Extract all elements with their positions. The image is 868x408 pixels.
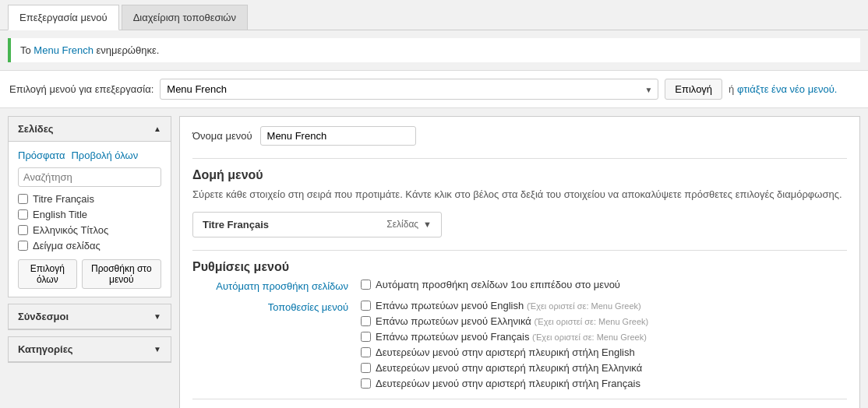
page-label-english-title: English Title: [33, 209, 87, 220]
list-item: English Title: [18, 209, 161, 220]
notice-menu-link[interactable]: Menu French: [34, 44, 94, 56]
menu-item-box: Titre Français Σελίδας ▼: [192, 212, 442, 237]
sidebar-categories-header[interactable]: Κατηγορίες ▼: [9, 337, 171, 362]
pages-search-input[interactable]: [18, 167, 161, 187]
auto-add-checkbox[interactable]: [361, 280, 371, 290]
sidebar-section-categories: Κατηγορίες ▼: [8, 336, 171, 363]
settings-title: Ρυθμίσεις μενού: [192, 260, 847, 274]
menu-item-type: Σελίδας: [386, 219, 418, 230]
menu-item-label: Titre Français: [203, 219, 269, 230]
links-arrow-icon: ▼: [153, 312, 161, 321]
notice-text: Το Menu French ενημερώθηκε.: [20, 44, 159, 56]
location-checkbox-4[interactable]: [361, 363, 371, 373]
main-content: Σελίδες ▲ Πρόσφατα Προβολή όλων Titre Fr…: [0, 116, 868, 408]
menu-select-wrap: Menu French ▼: [160, 79, 658, 100]
list-item: Δείγμα σελίδας: [18, 240, 161, 251]
sidebar-pages-title: Σελίδες: [18, 123, 54, 135]
divider-2: [192, 250, 847, 251]
tab-manage[interactable]: Διαχείριση τοποθεσιών: [122, 5, 248, 30]
sidebar-pages-body: Πρόσφατα Προβολή όλων Titre Français Eng…: [9, 142, 171, 297]
menu-item-right: Σελίδας ▼: [386, 219, 432, 230]
right-panel: Όνομα μενού Δομή μενού Σύρετε κάθε στοιχ…: [179, 116, 860, 408]
pages-arrow-icon: ▲: [153, 125, 161, 133]
settings-section: Ρυθμίσεις μενού Αυτόματη προσθήκη σελίδω…: [192, 260, 847, 389]
auto-add-row: Αυτόματη προσθήκη σελίδων 1ου επιπέδου σ…: [361, 279, 847, 290]
settings-grid: Αυτόματη προσθήκη σελίδων Αυτόματη προσθ…: [192, 279, 847, 389]
pages-checkbox-list: Titre Français English Title Ελληνικός Τ…: [18, 193, 161, 251]
auto-add-label: Αυτόματη προσθήκη σελίδων: [192, 279, 348, 292]
location-label-3: Δευτερεύων μενού στην αριστερή πλευρική …: [376, 346, 635, 358]
list-item: Ελληνικός Τίτλος: [18, 224, 161, 236]
create-menu-link[interactable]: φτιάξτε ένα νέο μενού.: [737, 83, 837, 95]
sidebar-tab-recent[interactable]: Πρόσφατα: [18, 149, 65, 161]
locations-label: Τοποθεσίες μενού: [192, 300, 348, 313]
location-checkbox-2[interactable]: [361, 332, 371, 342]
location-checkbox-1[interactable]: [361, 316, 371, 326]
page-checkbox-greek-title[interactable]: [18, 225, 28, 235]
page-label-titre-francais: Titre Français: [33, 193, 94, 205]
or-text: ή φτιάξτε ένα νέο μενού.: [729, 83, 837, 95]
menu-select[interactable]: Menu French: [160, 79, 658, 100]
page-label-greek-title: Ελληνικός Τίτλος: [33, 224, 108, 236]
page-checkbox-english-title[interactable]: [18, 209, 28, 220]
tabs-bar: Επεξεργασία μενού Διαχείριση τοποθεσιών: [0, 0, 868, 30]
structure-desc: Σύρετε κάθε στοιχείο στη σειρά που προτι…: [192, 187, 847, 202]
sidebar-categories-title: Κατηγορίες: [18, 343, 73, 355]
auto-add-value: Αυτόματη προσθήκη σελίδων 1ου επιπέδου σ…: [361, 279, 847, 290]
location-sub-1: (Έχει οριστεί σε: Menu Greek): [534, 317, 648, 326]
menu-name-input[interactable]: [260, 126, 416, 146]
menu-name-label: Όνομα μενού: [192, 130, 252, 142]
location-label-5: Δευτερεύων μενού στην αριστερή πλευρική …: [376, 378, 640, 389]
sidebar-pages-actions: Επιλογή όλων Προσθήκη στο μενού: [18, 259, 161, 289]
page-checkbox-titre-francais[interactable]: [18, 194, 28, 204]
select-row: Επιλογή μενού για επεξεργασία: Menu Fren…: [0, 70, 868, 108]
menu-name-row: Όνομα μενού: [192, 126, 847, 146]
page-checkbox-sample[interactable]: [18, 241, 28, 251]
add-to-menu-button[interactable]: Προσθήκη στο μενού: [82, 259, 161, 289]
locations-value: Επάνω πρωτεύων μενού English (Έχει οριστ…: [361, 300, 847, 389]
location-sub-0: (Έχει οριστεί σε: Menu Greek): [527, 301, 641, 311]
sidebar-section-pages: Σελίδες ▲ Πρόσφατα Προβολή όλων Titre Fr…: [8, 116, 171, 297]
location-checkbox-3[interactable]: [361, 347, 371, 357]
sidebar-pages-header[interactable]: Σελίδες ▲: [9, 117, 171, 142]
sidebar: Σελίδες ▲ Πρόσφατα Προβολή όλων Titre Fr…: [8, 116, 171, 408]
list-item: Titre Français: [18, 193, 161, 205]
location-checkbox-5[interactable]: [361, 378, 371, 389]
sidebar-tab-all[interactable]: Προβολή όλων: [71, 149, 138, 161]
location-label-2: Επάνω πρωτεύων μενού Français (Έχει ορισ…: [376, 331, 647, 343]
sidebar-links-header[interactable]: Σύνδεσμοι ▼: [9, 304, 171, 329]
location-label-1: Επάνω πρωτεύων μενού Ελληνικά (Έχει ορισ…: [376, 315, 648, 327]
auto-add-option: Αυτόματη προσθήκη σελίδων 1ου επιπέδου σ…: [376, 279, 620, 290]
structure-title: Δομή μενού: [192, 168, 847, 182]
sidebar-page-tabs: Πρόσφατα Προβολή όλων: [18, 149, 161, 161]
select-button[interactable]: Επιλογή: [665, 79, 722, 100]
select-all-button[interactable]: Επιλογή όλων: [18, 259, 77, 289]
list-item: Επάνω πρωτεύων μενού Français (Έχει ορισ…: [361, 331, 847, 343]
tab-edit[interactable]: Επεξεργασία μενού: [8, 5, 119, 30]
list-item: Δευτερεύων μενού στην αριστερή πλευρική …: [361, 346, 847, 358]
categories-arrow-icon: ▼: [153, 345, 161, 353]
divider-1: [192, 158, 847, 159]
notice-bar: Το Menu French ενημερώθηκε.: [8, 38, 860, 62]
location-sub-2: (Έχει οριστεί σε: Menu Greek): [532, 332, 647, 342]
list-item: Επάνω πρωτεύων μενού Ελληνικά (Έχει ορισ…: [361, 315, 847, 327]
sidebar-section-links: Σύνδεσμοι ▼: [8, 304, 171, 330]
menu-item-expand-icon[interactable]: ▼: [423, 220, 432, 229]
list-item: Επάνω πρωτεύων μενού English (Έχει οριστ…: [361, 300, 847, 311]
list-item: Δευτερεύων μενού στην αριστερή πλευρική …: [361, 362, 847, 374]
location-label-4: Δευτερεύων μενού στην αριστερή πλευρική …: [376, 362, 642, 374]
location-checkbox-0[interactable]: [361, 301, 371, 311]
page-label-sample: Δείγμα σελίδας: [33, 240, 101, 251]
sidebar-links-title: Σύνδεσμοι: [18, 311, 69, 322]
list-item: Δευτερεύων μενού στην αριστερή πλευρική …: [361, 378, 847, 389]
divider-3: [192, 399, 847, 399]
location-label-0: Επάνω πρωτεύων μενού English (Έχει οριστ…: [376, 300, 641, 311]
select-label: Επιλογή μενού για επεξεργασία:: [9, 83, 153, 95]
